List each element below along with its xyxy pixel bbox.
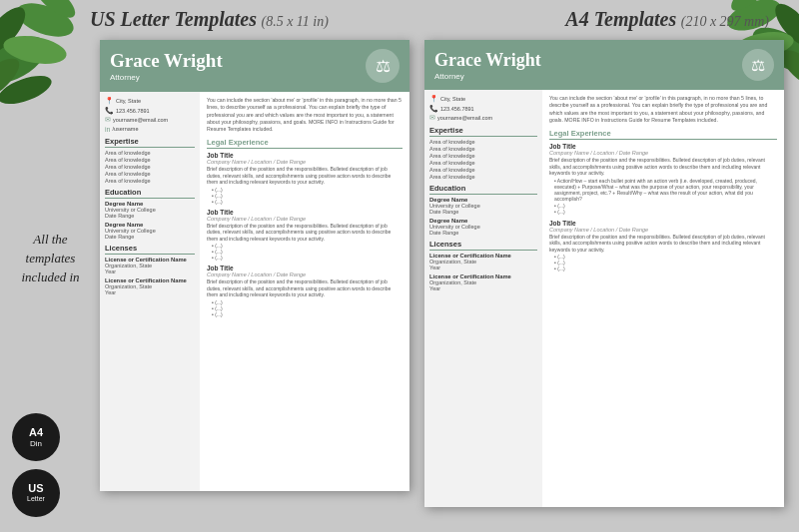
right-main-content: You can include the section 'about me' o… (542, 90, 784, 507)
svg-point-3 (1, 32, 69, 69)
left-header-info: Grace Wright Attorney (110, 50, 223, 82)
right-job-2: Job Title Company Name / Location / Date… (549, 220, 777, 272)
a4-badge: A4 Din (12, 413, 60, 461)
right-expertise-section: Expertise Area of knowledge Area of know… (429, 126, 537, 180)
right-header-name: Grace Wright (434, 50, 541, 71)
location-icon: 📍 (105, 97, 114, 105)
right-legal-exp-section: Legal Experience Job Title Company Name … (549, 129, 777, 271)
right-template-title: A4 Templates (210 x 297 mm) (565, 8, 769, 31)
left-resume-card: Grace Wright Attorney ⚖ 📍 City, State 📞 … (100, 40, 409, 491)
email-icon: ✉ (105, 116, 111, 124)
left-education-title: Education (105, 188, 195, 199)
right-header-info: Grace Wright Attorney (434, 50, 541, 81)
right-education-section: Education Degree Name University or Coll… (429, 184, 537, 236)
right-education-title: Education (429, 184, 537, 195)
svg-point-4 (0, 52, 26, 109)
middle-text: All the templates included in (8, 230, 93, 286)
left-header-profession: Attorney (110, 73, 223, 82)
left-resume-header: Grace Wright Attorney ⚖ (100, 40, 409, 92)
left-job-2: Job Title Company Name / Location / Date… (207, 209, 402, 262)
svg-point-5 (29, 0, 80, 24)
right-phone-icon: 📞 (429, 105, 438, 113)
svg-point-2 (0, 1, 32, 59)
contact-email: ✉ yourname@email.com (105, 116, 195, 124)
scales-icon-right: ⚖ (742, 49, 774, 81)
right-resume-header: Grace Wright Attorney ⚖ (424, 40, 784, 90)
left-resume-body: 📍 City, State 📞 123.456.7891 ✉ yourname@… (100, 92, 409, 491)
right-email-icon: ✉ (429, 114, 435, 122)
left-expertise-title: Expertise (105, 137, 195, 148)
contact-location: 📍 City, State (105, 97, 195, 105)
contact-phone: 📞 123.456.7891 (105, 107, 195, 115)
left-legal-exp-section: Legal Experience Job Title Company Name … (207, 138, 402, 317)
left-licenses-title: Licenses (105, 244, 195, 255)
svg-point-6 (0, 70, 55, 110)
us-badge: US Letter (12, 469, 60, 517)
svg-point-0 (0, 27, 54, 93)
left-expertise-section: Expertise Area of knowledge Area of know… (105, 137, 195, 184)
scales-icon-left: ⚖ (366, 49, 400, 83)
left-header-name: Grace Wright (110, 50, 223, 72)
left-education-section: Education Degree Name University or Coll… (105, 188, 195, 240)
contact-linkedin: in /username (105, 126, 195, 133)
right-licenses-title: Licenses (429, 240, 537, 251)
left-intro-text: You can include the section 'about me' o… (207, 97, 402, 133)
linkedin-icon: in (105, 126, 110, 133)
right-resume-body: 📍 City, State 📞 123.456.7891 ✉ yourname@… (424, 90, 784, 507)
left-job-3: Job Title Company Name / Location / Date… (207, 265, 402, 317)
left-contact: 📍 City, State 📞 123.456.7891 ✉ yourname@… (105, 97, 195, 133)
right-contact: 📍 City, State 📞 123.456.7891 ✉ yourname@… (429, 95, 537, 122)
left-main-content: You can include the section 'about me' o… (200, 92, 409, 491)
right-legal-exp-title: Legal Experience (549, 129, 777, 140)
right-expertise-title: Expertise (429, 126, 537, 137)
left-licenses-section: Licenses License or Certification Name O… (105, 244, 195, 295)
right-header-profession: Attorney (434, 72, 541, 81)
right-resume-card: Grace Wright Attorney ⚖ 📍 City, State 📞 … (424, 40, 784, 507)
badges-area: A4 Din US Letter (12, 413, 60, 517)
left-job-1: Job Title Company Name / Location / Date… (207, 152, 402, 205)
right-sidebar: 📍 City, State 📞 123.456.7891 ✉ yourname@… (424, 90, 542, 507)
right-licenses-section: Licenses License or Certification Name O… (429, 240, 537, 291)
right-intro-text: You can include the section 'about me' o… (549, 95, 777, 124)
left-sidebar: 📍 City, State 📞 123.456.7891 ✉ yourname@… (100, 92, 200, 491)
phone-icon: 📞 (105, 107, 114, 115)
right-location-icon: 📍 (429, 95, 438, 103)
svg-point-1 (12, 0, 78, 43)
left-legal-exp-title: Legal Experience (207, 138, 402, 149)
right-job-1: Job Title Company Name / Location / Date… (549, 143, 777, 215)
left-template-title: US Letter Templates (8.5 x 11 in) (90, 8, 329, 31)
